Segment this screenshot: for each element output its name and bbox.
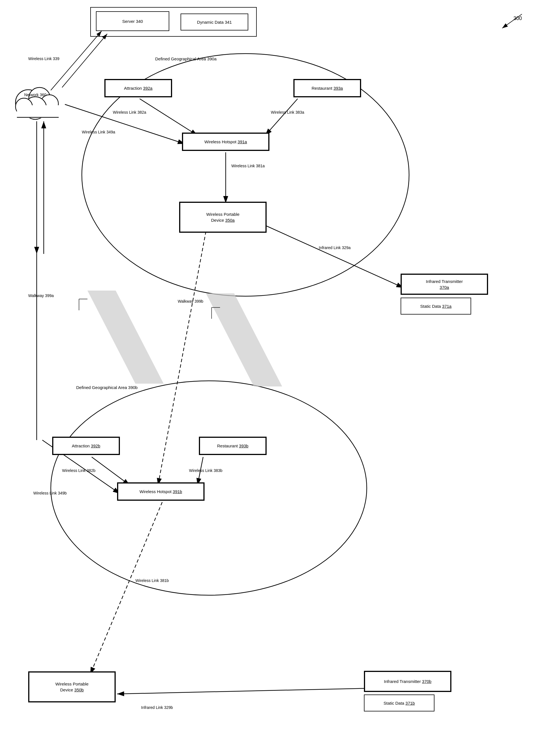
wpd-b-box: Wireless PortableDevice 350b xyxy=(28,671,116,702)
dynamic-data-box: Dynamic Data 341 xyxy=(181,14,248,30)
network-label: Network 360 xyxy=(17,93,54,97)
infrared-link-329b-label: Infrared Link 329b xyxy=(141,705,173,710)
wireless-link-382a-label: Wireless Link 382a xyxy=(113,110,146,115)
restaurant-a-label: Restaurant 393a xyxy=(312,85,343,91)
restaurant-b-label: Restaurant 393b xyxy=(217,443,248,449)
geo-area-b-label: Defined Geographical Area 390b xyxy=(76,385,138,390)
ref-arrow xyxy=(480,11,536,34)
hotspot-a-label: Wireless Hotspot 391a xyxy=(204,139,247,145)
restaurant-b-box: Restaurant 393b xyxy=(199,437,266,455)
svg-line-18 xyxy=(92,457,130,485)
static-data-b-box: Static Data 371b xyxy=(364,695,435,711)
attraction-b-label: Attraction 392b xyxy=(72,443,100,449)
attraction-a-label: Attraction 392a xyxy=(124,85,153,91)
wireless-link-381a-label: Wireless Link 381a xyxy=(231,164,265,168)
infrared-link-329a-label: Infrared Link 329a xyxy=(319,245,351,250)
wireless-link-383b-label: Wireless Link 383b xyxy=(189,468,222,473)
geo-area-a-label: Defined Geographical Area 390a xyxy=(155,56,217,61)
svg-line-27 xyxy=(502,14,522,28)
wireless-link-383a-label: Wireless Link 383a xyxy=(271,110,304,115)
hotspot-b-label: Wireless Hotspot 391b xyxy=(140,489,182,494)
walkway-399a-label: Walkway 399a xyxy=(28,293,54,298)
wireless-link-349b-label: Wireless Link 349b xyxy=(33,491,66,495)
network-cloud: Network 360 xyxy=(8,76,62,122)
wireless-link-382b-label: Wireless Link 382b xyxy=(62,468,95,473)
svg-line-13 xyxy=(265,99,298,136)
svg-line-12 xyxy=(140,99,198,136)
attraction-b-box: Attraction 392b xyxy=(52,437,120,455)
hotspot-b-box: Wireless Hotspot 391b xyxy=(117,483,204,501)
restaurant-a-box: Restaurant 393a xyxy=(294,79,361,97)
svg-line-20 xyxy=(90,502,162,674)
attraction-a-box: Attraction 392a xyxy=(104,79,172,97)
wireless-link-349a-label: Wireless Link 349a xyxy=(82,130,115,134)
wireless-link-339-label: Wireless Link 339 xyxy=(28,56,60,61)
wpd-a-box: Wireless PortableDevice 350a xyxy=(179,202,266,233)
wpd-a-label: Wireless PortableDevice 350a xyxy=(206,211,240,223)
ir-transmitter-b-box: Infrared Transmitter 370b xyxy=(364,671,452,692)
svg-line-21 xyxy=(117,688,367,694)
svg-marker-5 xyxy=(87,290,164,384)
wpd-b-label: Wireless PortableDevice 350b xyxy=(55,681,88,693)
diagram-container: 300 Server 340 Dynamic Data 341 Wireless… xyxy=(0,0,560,756)
server-label: Server 340 xyxy=(122,18,143,24)
svg-line-16 xyxy=(260,223,403,288)
ir-transmitter-a-box: Infrared Transmitter370a xyxy=(401,273,488,295)
wireless-link-381b-label: Wireless Link 381b xyxy=(135,578,169,583)
ir-transmitter-a-label: Infrared Transmitter370a xyxy=(426,279,463,290)
server-box: Server 340 xyxy=(96,11,169,31)
static-data-a-box: Static Data 371a xyxy=(401,298,471,314)
svg-rect-34 xyxy=(17,105,59,118)
walkway-399b-label: Walkway 399b xyxy=(178,299,203,304)
dynamic-data-label: Dynamic Data 341 xyxy=(197,19,232,25)
cloud-svg xyxy=(8,76,62,121)
static-data-b-label: Static Data 371b xyxy=(384,700,415,706)
svg-line-7 xyxy=(62,34,107,87)
ir-transmitter-b-label: Infrared Transmitter 370b xyxy=(384,678,431,685)
svg-point-4 xyxy=(51,381,367,595)
svg-marker-6 xyxy=(206,293,282,386)
hotspot-a-box: Wireless Hotspot 391a xyxy=(182,132,269,151)
static-data-a-label: Static Data 371a xyxy=(420,303,452,309)
